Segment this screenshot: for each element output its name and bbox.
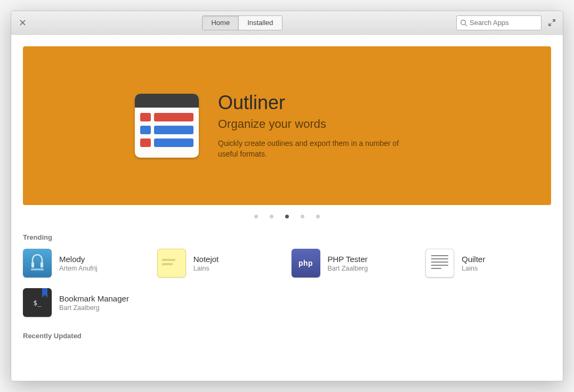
quilter-icon [425, 249, 454, 277]
section-recently-updated-title: Recently Updated [23, 332, 551, 340]
app-name: Notejot [193, 255, 219, 264]
app-name: Melody [59, 255, 98, 264]
app-author: Bart Zaalberg [59, 304, 129, 312]
svg-rect-8 [31, 268, 44, 270]
featured-description: Quickly create outlines and export them … [218, 138, 421, 159]
carousel-dot-2[interactable] [270, 215, 273, 218]
app-bookmark-manager[interactable]: $_ Bookmark Manager Bart Zaalberg [23, 288, 149, 317]
featured-title: Outliner [218, 92, 421, 114]
outliner-icon [135, 94, 199, 158]
search-icon [460, 19, 467, 27]
close-icon [20, 20, 26, 26]
php-tester-icon: php [292, 249, 320, 277]
tab-home[interactable]: Home [203, 16, 238, 30]
notejot-icon [157, 249, 186, 277]
carousel-dot-3[interactable] [285, 215, 289, 218]
svg-rect-6 [31, 262, 34, 267]
view-switcher: Home Installed [202, 15, 282, 30]
app-author: Lains [462, 265, 485, 272]
app-melody[interactable]: Melody Artem Anufrij [23, 249, 149, 277]
svg-line-3 [465, 24, 467, 26]
section-trending-title: Trending [23, 233, 551, 241]
svg-rect-7 [41, 262, 43, 267]
app-php-tester[interactable]: php PHP Tester Bart Zaalberg [292, 249, 417, 277]
maximize-icon [548, 19, 555, 26]
svg-point-2 [461, 20, 466, 24]
app-author: Lains [193, 265, 219, 272]
app-name: PHP Tester [328, 255, 368, 264]
bookmark-manager-icon: $_ [23, 288, 52, 317]
carousel-dot-4[interactable] [301, 215, 304, 218]
trending-grid: Melody Artem Anufrij Notejot Lains php P… [23, 249, 551, 317]
close-button[interactable] [17, 17, 28, 29]
maximize-button[interactable] [546, 17, 557, 29]
carousel-dots [23, 205, 551, 230]
app-author: Bart Zaalberg [328, 265, 368, 272]
melody-icon [23, 249, 52, 277]
titlebar: Home Installed [11, 11, 563, 35]
window: Home Installed [11, 11, 563, 381]
carousel-dot-1[interactable] [254, 215, 258, 218]
featured-subtitle: Organize your words [218, 117, 421, 131]
featured-text: Outliner Organize your words Quickly cre… [218, 92, 421, 159]
app-quilter[interactable]: Quilter Lains [425, 249, 551, 277]
search-field[interactable] [456, 15, 541, 30]
content-area: Outliner Organize your words Quickly cre… [11, 35, 563, 381]
app-name: Quilter [462, 255, 485, 264]
app-name: Bookmark Manager [59, 294, 129, 303]
app-notejot[interactable]: Notejot Lains [157, 249, 283, 277]
tab-installed[interactable]: Installed [238, 16, 281, 30]
app-author: Artem Anufrij [59, 265, 98, 272]
featured-banner[interactable]: Outliner Organize your words Quickly cre… [23, 46, 551, 205]
carousel-dot-5[interactable] [316, 215, 320, 218]
